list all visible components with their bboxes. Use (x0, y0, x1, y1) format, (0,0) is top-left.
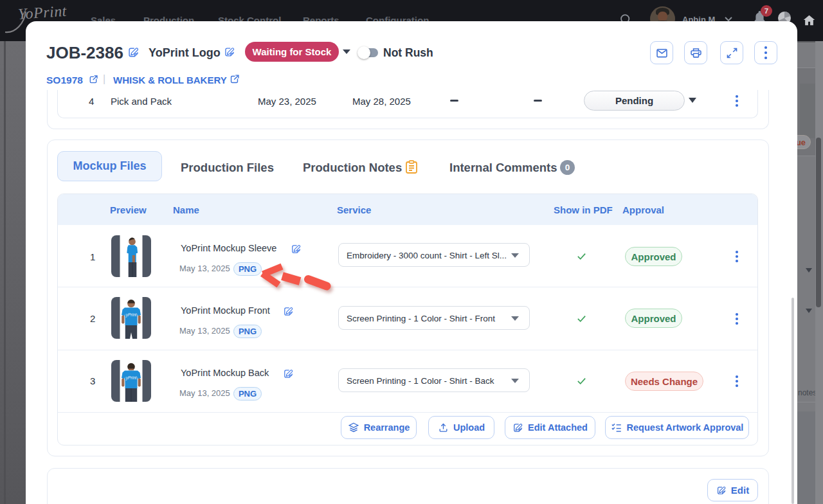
svg-text:yPrint: yPrint (125, 375, 138, 381)
svg-text:yPrint: yPrint (125, 312, 138, 318)
